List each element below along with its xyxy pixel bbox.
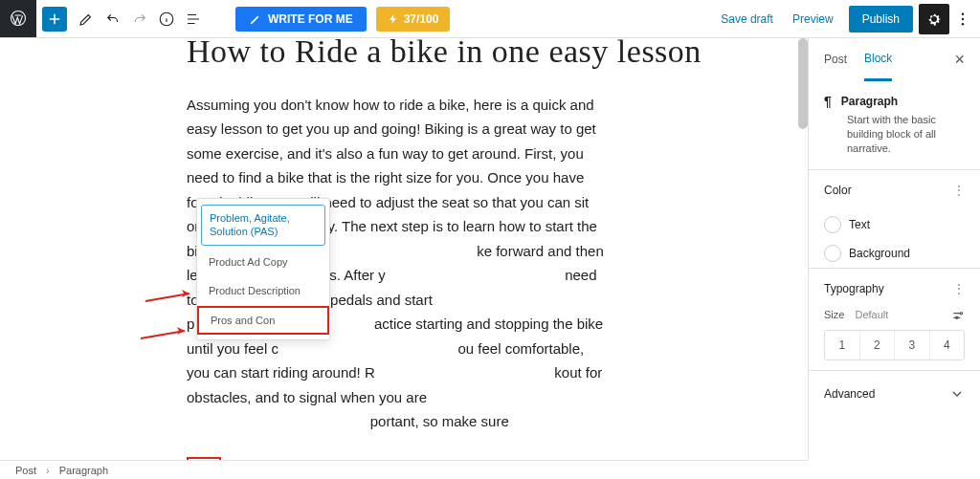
credits-button[interactable]: 37/100 (376, 7, 451, 32)
more-options-button[interactable] (953, 11, 972, 28)
settings-sidebar: Post Block × ¶Paragraph Start with the b… (808, 38, 980, 460)
outline-button[interactable] (180, 6, 207, 33)
credits-label: 37/100 (404, 12, 439, 26)
chevron-right-icon: › (46, 465, 50, 476)
block-description: Start with the basic building block of a… (847, 113, 965, 156)
swatch-icon (824, 245, 841, 262)
autocomplete-popup: Problem, Agitate, Solution (PAS) Product… (196, 198, 330, 340)
tab-block[interactable]: Block (864, 38, 892, 81)
breadcrumb: Post › Paragraph (0, 460, 808, 479)
size-settings-icon[interactable] (951, 309, 965, 324)
svg-point-5 (960, 312, 962, 314)
ac-item-pros-con[interactable]: Pros and Con (197, 306, 329, 335)
size-default: Default (855, 309, 888, 324)
top-toolbar: WRITE FOR ME 37/100 Save draft Preview P… (0, 0, 980, 38)
color-bg-row[interactable]: Background (809, 239, 980, 268)
tab-post[interactable]: Post (824, 39, 847, 79)
add-block-button[interactable] (42, 7, 67, 32)
swatch-icon (824, 216, 841, 233)
post-title[interactable]: How to Ride a bike in one easy lesson (187, 38, 790, 72)
write-for-me-label: WRITE FOR ME (268, 12, 353, 26)
section-advanced[interactable]: Advanced (809, 370, 980, 417)
more-dots-icon[interactable]: ⋮ (953, 184, 965, 197)
close-sidebar-button[interactable]: × (954, 50, 965, 70)
edit-mode-button[interactable] (73, 6, 100, 33)
ac-item-ad-copy[interactable]: Product Ad Copy (197, 248, 329, 276)
editor-canvas[interactable]: How to Ride a bike in one easy lesson As… (0, 38, 808, 460)
svg-point-3 (962, 17, 964, 19)
save-draft-link[interactable]: Save draft (721, 12, 773, 26)
size-1[interactable]: 1 (825, 331, 860, 359)
scrollbar-thumb[interactable] (798, 38, 808, 129)
block-name: Paragraph (841, 95, 898, 108)
write-for-me-button[interactable]: WRITE FOR ME (235, 7, 367, 32)
settings-button[interactable] (919, 4, 949, 34)
wp-logo[interactable] (0, 0, 36, 37)
breadcrumb-root[interactable]: Post (15, 465, 36, 476)
size-label: Size (824, 309, 844, 324)
size-4[interactable]: 4 (930, 331, 965, 359)
info-button[interactable] (153, 6, 180, 33)
sidebar-tabs: Post Block × (809, 38, 980, 80)
svg-point-4 (962, 23, 964, 25)
paragraph-icon: ¶ (824, 94, 832, 109)
section-color[interactable]: Color⋮ (809, 169, 980, 210)
size-2[interactable]: 2 (860, 331, 896, 359)
undo-button[interactable] (100, 6, 126, 33)
chevron-down-icon (949, 386, 965, 402)
svg-point-2 (962, 12, 964, 14)
section-typography[interactable]: Typography⋮ (809, 268, 980, 309)
more-dots-icon[interactable]: ⋮ (953, 282, 965, 295)
breadcrumb-current[interactable]: Paragraph (59, 465, 108, 476)
ac-item-description[interactable]: Product Description (197, 276, 329, 305)
preview-link[interactable]: Preview (792, 12, 834, 26)
ac-item-pas[interactable]: Problem, Agitate, Solution (PAS) (201, 205, 325, 246)
redo-button[interactable] (126, 6, 153, 33)
font-size-picker: 1 2 3 4 (824, 330, 965, 360)
color-text-row[interactable]: Text (809, 210, 980, 239)
annotation-arrow-icon (144, 288, 196, 308)
size-3[interactable]: 3 (895, 331, 930, 359)
publish-button[interactable]: Publish (849, 6, 913, 33)
annotation-arrow-icon (139, 325, 191, 345)
